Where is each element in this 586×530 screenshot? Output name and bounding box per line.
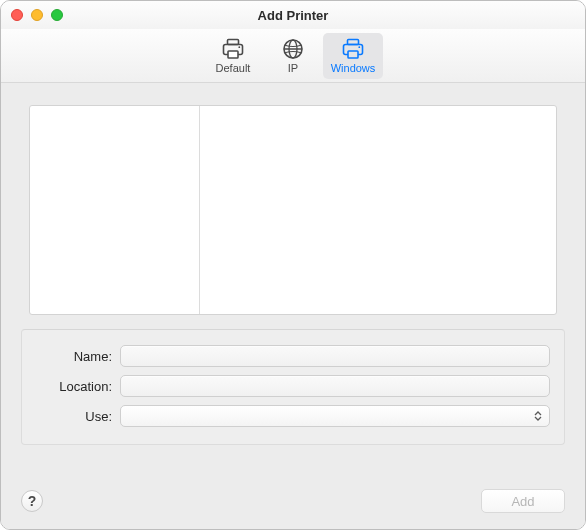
- tab-windows[interactable]: Windows: [323, 33, 383, 79]
- titlebar: Add Printer: [1, 1, 585, 29]
- row-use: Use:: [34, 402, 550, 430]
- add-button-label: Add: [511, 494, 534, 509]
- globe-icon: [282, 37, 304, 61]
- content-area: Name: Location: Use: ?: [1, 83, 585, 529]
- row-name: Name:: [34, 342, 550, 370]
- footer: ? Add: [1, 475, 585, 529]
- use-popup[interactable]: [120, 405, 550, 427]
- tab-windows-label: Windows: [331, 62, 376, 74]
- location-label: Location:: [34, 379, 120, 394]
- printer-windows-icon: [341, 37, 365, 61]
- help-icon: ?: [28, 493, 37, 509]
- add-printer-window: Add Printer Default: [0, 0, 586, 530]
- tab-ip-label: IP: [288, 62, 298, 74]
- name-field[interactable]: [120, 345, 550, 367]
- tab-ip[interactable]: IP: [263, 33, 323, 79]
- browse-pane: [29, 105, 557, 315]
- name-label: Name:: [34, 349, 120, 364]
- add-button[interactable]: Add: [481, 489, 565, 513]
- location-field[interactable]: [120, 375, 550, 397]
- window-title: Add Printer: [1, 8, 585, 23]
- svg-point-10: [358, 46, 360, 48]
- tab-default-label: Default: [216, 62, 251, 74]
- printer-form: Name: Location: Use:: [21, 329, 565, 445]
- minimize-icon[interactable]: [31, 9, 43, 21]
- use-label: Use:: [34, 409, 120, 424]
- zoom-icon[interactable]: [51, 9, 63, 21]
- toolbar: Default IP: [1, 29, 585, 83]
- tab-default[interactable]: Default: [203, 33, 263, 79]
- printer-list[interactable]: [200, 106, 556, 314]
- svg-rect-9: [348, 51, 358, 58]
- help-button[interactable]: ?: [21, 490, 43, 512]
- window-controls: [11, 9, 63, 21]
- svg-rect-2: [228, 51, 238, 58]
- svg-point-3: [238, 46, 240, 48]
- tab-group: Default IP: [203, 33, 383, 79]
- printer-icon: [221, 37, 245, 61]
- close-icon[interactable]: [11, 9, 23, 21]
- workgroup-list[interactable]: [30, 106, 200, 314]
- chevron-up-down-icon: [533, 411, 543, 421]
- row-location: Location:: [34, 372, 550, 400]
